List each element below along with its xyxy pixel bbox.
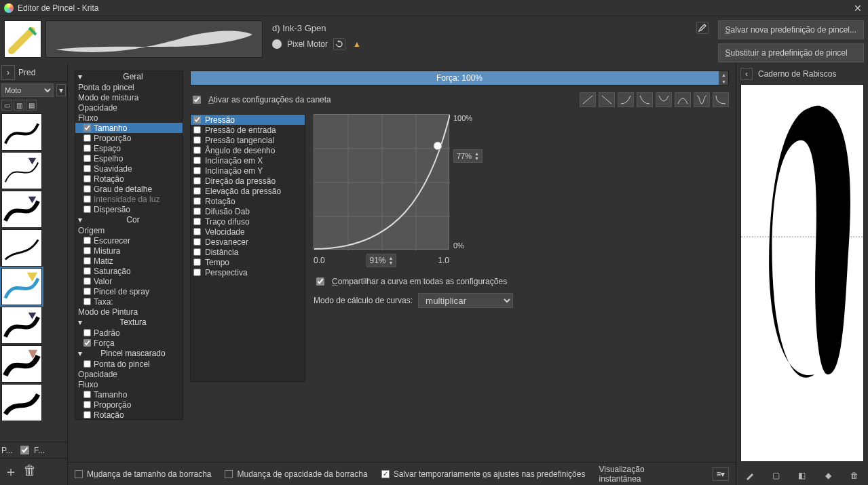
tree-item[interactable]: Dispersão bbox=[75, 204, 183, 214]
view-details-icon[interactable]: ▤ bbox=[26, 100, 37, 111]
curve-y-value[interactable]: 77% ▲▼ bbox=[453, 149, 483, 163]
brush-thumbnail[interactable] bbox=[4, 20, 41, 58]
curve-u-icon[interactable] bbox=[656, 92, 672, 107]
tree-item[interactable]: Espelho bbox=[75, 153, 183, 163]
tree-item[interactable]: Grau de detalhe bbox=[75, 184, 183, 194]
tree-item[interactable]: Fluxo bbox=[75, 379, 183, 389]
sensor-item[interactable]: Rotação bbox=[191, 196, 305, 206]
temp-save-toggle[interactable]: ✓Salvar temporariamente os ajustes nas p… bbox=[381, 469, 586, 479]
curve-editor[interactable] bbox=[314, 114, 449, 250]
sensor-item[interactable]: Velocidade bbox=[191, 227, 305, 237]
tree-group[interactable]: ▾Geral bbox=[75, 71, 183, 82]
sensor-item[interactable]: Pressão bbox=[191, 115, 305, 125]
tree-item[interactable]: Ponta do pincel bbox=[75, 82, 183, 92]
tree-item[interactable]: Padrão bbox=[75, 328, 183, 338]
add-preset-button[interactable]: ＋ bbox=[4, 463, 18, 481]
tree-item[interactable]: Proporção bbox=[75, 133, 183, 143]
sensor-item[interactable]: Difusão Dab bbox=[191, 206, 305, 216]
curve-x-value[interactable]: 91% ▲▼ bbox=[366, 254, 397, 267]
strength-slider[interactable]: Força: 100% ▲▼ bbox=[190, 71, 729, 85]
tree-item[interactable]: Espaço bbox=[75, 143, 183, 153]
preset-item[interactable] bbox=[1, 384, 42, 421]
curve-linear-up-icon[interactable] bbox=[580, 92, 596, 107]
sensor-list[interactable]: PressãoPressão de entradaPressão tangenc… bbox=[190, 114, 305, 382]
strength-down-button[interactable]: ▼ bbox=[719, 78, 728, 85]
tree-item[interactable]: Ponta do pincel bbox=[75, 359, 183, 369]
sensor-item[interactable]: Inclinação em Y bbox=[191, 166, 305, 176]
tree-item[interactable]: Pincel de spray bbox=[75, 286, 183, 296]
save-new-preset-button[interactable]: Salvar nova predefinição de pincel... bbox=[718, 20, 864, 39]
preset-item[interactable] bbox=[1, 152, 42, 189]
tree-item[interactable]: Força bbox=[75, 338, 183, 348]
tree-item[interactable]: Modo de Pintura bbox=[75, 307, 183, 317]
curve-l-icon[interactable] bbox=[713, 92, 729, 107]
calc-mode-select[interactable]: multiplicar bbox=[418, 293, 513, 308]
view-grid-icon[interactable]: ▥ bbox=[14, 100, 24, 111]
close-button[interactable]: ✕ bbox=[852, 3, 864, 14]
tree-item[interactable]: Valor bbox=[75, 276, 183, 286]
sensor-item[interactable]: Pressão de entrada bbox=[191, 125, 305, 135]
eraser-size-toggle[interactable]: Mudança de tamanho da borracha bbox=[75, 469, 211, 479]
tree-item[interactable]: Origem bbox=[75, 225, 183, 235]
preset-item[interactable] bbox=[1, 229, 42, 267]
sensor-item[interactable]: Inclinação em X bbox=[191, 155, 305, 166]
rename-brush-button[interactable] bbox=[696, 22, 709, 34]
view-list-icon[interactable]: ▭ bbox=[1, 100, 12, 111]
instant-preview-toggle[interactable]: Visualização instantânea bbox=[599, 465, 687, 484]
scratch-layer-icon[interactable]: ▢ bbox=[771, 470, 782, 481]
reload-button[interactable] bbox=[333, 38, 345, 50]
sensor-item[interactable]: Traço difuso bbox=[191, 216, 305, 227]
tree-item[interactable]: Saturação bbox=[75, 266, 183, 276]
tree-group[interactable]: ▾Textura bbox=[75, 317, 183, 328]
filter-checkbox[interactable] bbox=[20, 446, 29, 454]
curve-arch-icon[interactable] bbox=[675, 92, 691, 107]
delete-preset-button[interactable]: 🗑 bbox=[23, 463, 37, 481]
tree-item[interactable]: Fluxo bbox=[75, 113, 183, 123]
sensor-item[interactable]: Tempo bbox=[191, 257, 305, 267]
tree-item[interactable]: Matiz bbox=[75, 256, 183, 266]
tree-item[interactable]: Tamanho bbox=[75, 123, 183, 133]
scratchpad-canvas[interactable] bbox=[740, 84, 864, 462]
curve-s-icon[interactable] bbox=[694, 92, 710, 107]
option-tree[interactable]: ▾GeralPonta do pincelModo de misturaOpac… bbox=[75, 71, 183, 420]
sensor-item[interactable]: Direção da pressão bbox=[191, 176, 305, 186]
preset-item[interactable] bbox=[1, 307, 42, 344]
collapse-presets-button[interactable]: › bbox=[1, 65, 15, 80]
tree-item[interactable]: Intensidade da luz bbox=[75, 194, 183, 204]
tree-item[interactable]: Mistura bbox=[75, 246, 183, 256]
preset-item[interactable] bbox=[1, 191, 42, 228]
tree-item[interactable]: Proporção bbox=[75, 400, 183, 410]
engine-filter-menu[interactable]: ▾ bbox=[56, 84, 66, 96]
share-curve-checkbox[interactable] bbox=[316, 277, 324, 286]
strength-up-button[interactable]: ▲ bbox=[719, 71, 728, 78]
scratch-brush-icon[interactable] bbox=[744, 470, 755, 481]
curve-ease-out-icon[interactable] bbox=[637, 92, 653, 107]
tree-item[interactable]: Tamanho bbox=[75, 389, 183, 400]
tree-item[interactable]: Escurecer bbox=[75, 235, 183, 246]
curve-linear-down-icon[interactable] bbox=[599, 92, 615, 107]
curve-ease-in-icon[interactable] bbox=[618, 92, 634, 107]
tree-item[interactable]: Rotação bbox=[75, 410, 183, 420]
tree-item[interactable]: Taxa: bbox=[75, 296, 183, 307]
tree-item[interactable]: Opacidade bbox=[75, 369, 183, 379]
preset-list[interactable] bbox=[0, 112, 67, 442]
overwrite-preset-button[interactable]: Substituir a predefinição de pincel bbox=[718, 43, 864, 62]
tree-group[interactable]: ▾Cor bbox=[75, 214, 183, 225]
status-menu-button[interactable]: ≡▾ bbox=[713, 467, 729, 481]
tree-item[interactable]: Rotação bbox=[75, 174, 183, 184]
tree-item[interactable]: Modo de mistura bbox=[75, 92, 183, 102]
engine-filter-select[interactable]: Moto bbox=[1, 83, 54, 97]
eraser-opacity-toggle[interactable]: Mudança de opacidade da borracha bbox=[225, 469, 367, 479]
sensor-item[interactable]: Pressão tangencial bbox=[191, 135, 305, 145]
sensor-item[interactable]: Elevação da pressão bbox=[191, 186, 305, 196]
scratch-fill-icon[interactable]: ◆ bbox=[823, 470, 833, 481]
sensor-item[interactable]: Distância bbox=[191, 247, 305, 257]
sensor-item[interactable]: Desvanecer bbox=[191, 237, 305, 247]
preset-item[interactable] bbox=[1, 345, 42, 383]
scratch-clear-icon[interactable]: 🗑 bbox=[849, 470, 860, 481]
tree-item[interactable]: Suavidade bbox=[75, 163, 183, 174]
collapse-scratchpad-button[interactable]: ‹ bbox=[740, 68, 753, 80]
sensor-item[interactable]: Ângulo de desenho bbox=[191, 145, 305, 155]
sensor-item[interactable]: Perspectiva bbox=[191, 267, 305, 277]
enable-pen-checkbox[interactable] bbox=[193, 96, 201, 104]
